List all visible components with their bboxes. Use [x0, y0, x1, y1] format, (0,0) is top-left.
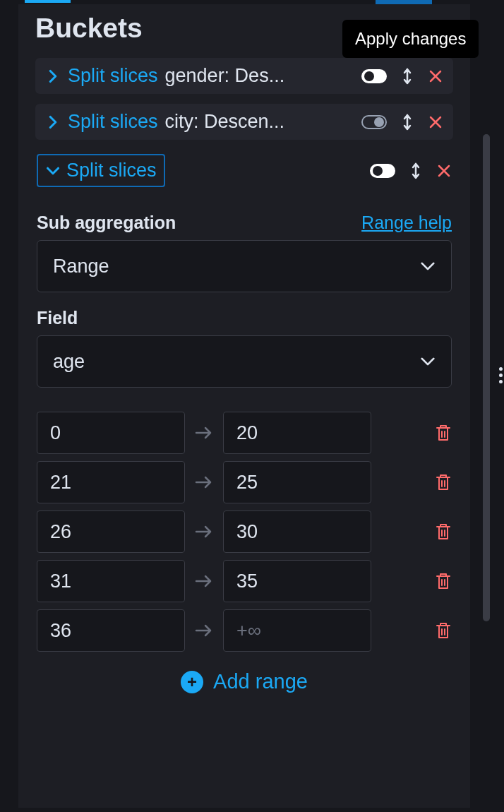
chevron-right-icon [45, 114, 61, 130]
trash-icon[interactable] [435, 424, 452, 442]
sub-aggregation-select[interactable]: Range [37, 240, 452, 292]
bucket-toggle[interactable] [361, 115, 387, 129]
range-from-input[interactable]: 26 [37, 511, 185, 553]
drag-handle-icon[interactable] [402, 68, 412, 85]
bucket-expanded-body: Sub aggregation Range help Range Field a… [35, 213, 453, 693]
range-row: 0 20 [37, 412, 452, 454]
arrow-right-icon [195, 426, 213, 440]
bucket-label: Split slices [68, 111, 158, 133]
bucket-city[interactable]: Split slices city: Descen... [35, 104, 453, 140]
close-icon[interactable] [428, 114, 443, 130]
field-value: age [53, 351, 85, 373]
range-from-input[interactable]: 21 [37, 461, 185, 503]
add-range-label: Add range [213, 670, 308, 693]
bucket-gender[interactable]: Split slices gender: Des... [35, 58, 453, 94]
bucket-toggle[interactable] [361, 69, 387, 83]
drag-handle-icon[interactable] [411, 162, 421, 179]
bucket-suffix: gender: Des... [165, 65, 354, 87]
kebab-menu-icon[interactable] [499, 367, 503, 383]
sub-aggregation-value: Range [53, 256, 109, 277]
chevron-down-icon [422, 263, 434, 269]
chevron-down-icon [45, 163, 61, 179]
trash-icon[interactable] [435, 473, 452, 491]
plus-circle-icon: + [181, 671, 203, 693]
range-help-link[interactable]: Range help [361, 213, 452, 233]
bucket-open: Split slices [35, 150, 453, 191]
range-from-input[interactable]: 0 [37, 412, 185, 454]
range-to-input[interactable]: 25 [223, 461, 371, 503]
trash-icon[interactable] [435, 621, 452, 640]
arrow-right-icon [195, 623, 213, 638]
range-to-input[interactable]: 30 [223, 511, 371, 553]
bucket-toggle[interactable] [370, 164, 395, 178]
sub-aggregation-label: Sub aggregation [37, 213, 176, 233]
trash-icon[interactable] [435, 523, 452, 541]
range-from-input[interactable]: 36 [37, 609, 185, 652]
arrow-right-icon [195, 475, 213, 489]
close-icon[interactable] [436, 163, 452, 179]
range-row: 31 35 [37, 560, 452, 602]
chevron-down-icon [422, 359, 434, 364]
apply-changes-tooltip: Apply changes [342, 20, 479, 58]
range-to-input[interactable]: 35 [223, 560, 371, 602]
close-icon[interactable] [428, 68, 443, 84]
scrollbar[interactable] [483, 134, 490, 621]
active-tab-indicator [25, 0, 71, 3]
trash-icon[interactable] [435, 572, 452, 590]
bucket-suffix: city: Descen... [165, 111, 354, 133]
bucket-label: Split slices [66, 160, 157, 181]
range-row: 21 25 [37, 461, 452, 503]
range-row: 26 30 [37, 511, 452, 553]
bucket-label: Split slices [68, 65, 158, 87]
chevron-right-icon [45, 68, 61, 84]
arrow-right-icon [195, 525, 213, 539]
drag-handle-icon[interactable] [402, 114, 412, 131]
range-from-input[interactable]: 31 [37, 560, 185, 602]
ranges-list: 0 20 21 25 26 30 31 [37, 412, 452, 652]
bucket-open-header[interactable]: Split slices [37, 154, 165, 187]
arrow-right-icon [195, 574, 213, 588]
field-label: Field [37, 308, 78, 328]
range-to-input[interactable]: 20 [223, 412, 371, 454]
add-range-button[interactable]: + Add range [37, 670, 452, 693]
range-to-input[interactable]: +∞ [223, 609, 371, 652]
buckets-panel: Buckets Split slices gender: Des... Spli… [18, 4, 470, 808]
field-select[interactable]: age [37, 335, 452, 388]
range-row: 36 +∞ [37, 609, 452, 652]
